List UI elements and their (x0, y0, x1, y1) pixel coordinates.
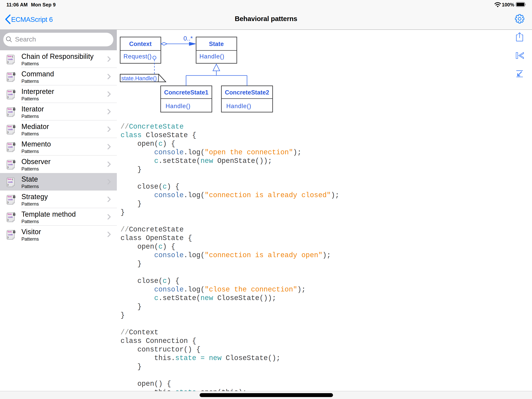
svg-text:ConcreteState1: ConcreteState1 (164, 89, 208, 96)
svg-text:Handle(): Handle() (199, 53, 224, 60)
svg-text:Context: Context (129, 40, 152, 47)
svg-text:Handle(): Handle() (226, 103, 251, 109)
svg-text:ConcreteState2: ConcreteState2 (225, 89, 269, 96)
svg-text:Handle(): Handle() (165, 103, 190, 109)
svg-text:Request(): Request() (123, 53, 152, 60)
svg-text:State: State (209, 40, 224, 47)
svg-text:0..*: 0..* (184, 35, 193, 42)
svg-text:state.Handle(): state.Handle() (121, 75, 157, 81)
